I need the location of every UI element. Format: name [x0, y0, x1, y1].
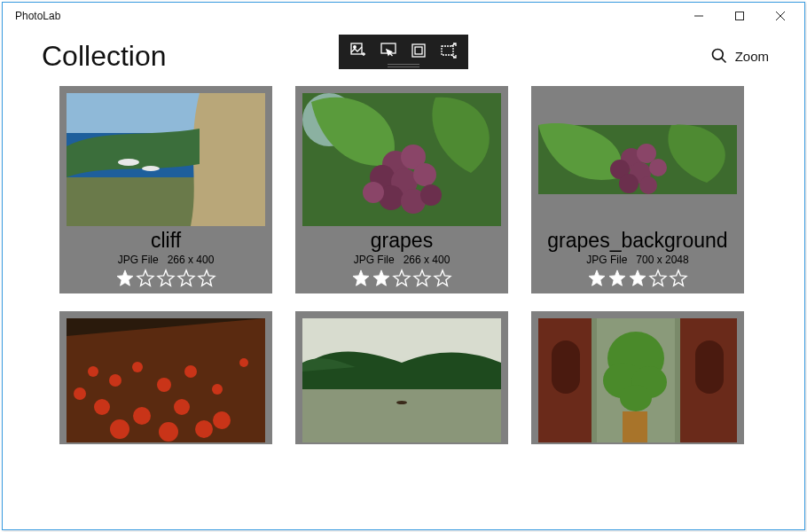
svg-point-47: [213, 411, 231, 429]
svg-point-23: [413, 163, 436, 186]
svg-point-38: [88, 366, 98, 377]
photo-grid: cliff JPG File 266 x 400: [59, 86, 756, 444]
star-filled-icon[interactable]: [628, 269, 647, 288]
card-meta: JPG File 700 x 2048: [586, 254, 688, 266]
photo-card[interactable]: [531, 311, 744, 444]
svg-point-45: [133, 407, 151, 425]
star-empty-icon[interactable]: [136, 269, 155, 288]
svg-point-5: [354, 46, 356, 49]
svg-point-27: [420, 184, 442, 206]
svg-rect-59: [552, 340, 580, 394]
svg-point-44: [94, 399, 110, 415]
star-filled-icon[interactable]: [115, 269, 135, 288]
svg-point-16: [142, 166, 160, 171]
minimize-icon: [694, 12, 703, 20]
file-dims: 266 x 400: [168, 254, 215, 266]
svg-line-11: [721, 59, 725, 63]
thumbnail: [302, 318, 501, 442]
svg-rect-8: [415, 47, 422, 54]
svg-point-51: [74, 387, 86, 400]
star-filled-icon[interactable]: [372, 269, 391, 288]
star-empty-icon[interactable]: [197, 269, 216, 288]
star-empty-icon[interactable]: [176, 269, 196, 288]
svg-rect-1: [736, 12, 744, 20]
svg-point-35: [619, 174, 639, 193]
svg-point-43: [212, 384, 223, 395]
rating[interactable]: [587, 269, 688, 288]
rating[interactable]: [115, 269, 216, 288]
svg-point-34: [649, 159, 667, 176]
svg-point-40: [132, 362, 143, 372]
svg-point-10: [712, 50, 723, 60]
star-filled-icon[interactable]: [587, 269, 607, 288]
file-type: JPG File: [118, 254, 159, 266]
close-icon: [776, 12, 785, 20]
rating[interactable]: [351, 269, 452, 288]
minimize-button[interactable]: [678, 3, 719, 29]
page-title: Collection: [42, 40, 167, 73]
star-empty-icon[interactable]: [412, 269, 432, 288]
svg-point-39: [109, 374, 121, 387]
select-icon[interactable]: [378, 40, 399, 61]
zoom-button[interactable]: Zoom: [710, 47, 769, 65]
svg-point-42: [184, 365, 197, 378]
maximize-icon: [735, 12, 744, 20]
svg-point-48: [110, 419, 129, 439]
card-meta: JPG File 266 x 400: [354, 254, 451, 266]
svg-point-26: [363, 182, 384, 203]
photo-card[interactable]: grapes_background JPG File 700 x 2048: [531, 86, 744, 293]
floating-toolbar[interactable]: [339, 35, 468, 69]
svg-point-15: [118, 159, 139, 166]
photo-card[interactable]: cliff JPG File 266 x 400: [59, 86, 272, 293]
content-area: cliff JPG File 266 x 400: [3, 82, 804, 529]
app-window: PhotoLab Collection: [2, 2, 805, 530]
star-empty-icon[interactable]: [156, 269, 176, 288]
svg-point-50: [239, 358, 248, 367]
star-empty-icon[interactable]: [392, 269, 411, 288]
titlebar: PhotoLab: [3, 3, 804, 29]
resize-icon[interactable]: [438, 40, 459, 61]
photo-card[interactable]: grapes JPG File 266 x 400: [295, 86, 508, 293]
card-meta: JPG File 266 x 400: [118, 254, 215, 266]
svg-point-65: [620, 385, 652, 411]
photo-card[interactable]: [295, 311, 508, 444]
svg-rect-9: [442, 46, 453, 55]
photo-card[interactable]: [59, 311, 272, 444]
thumbnail: [538, 93, 737, 226]
svg-rect-60: [695, 340, 724, 394]
add-effects-icon[interactable]: [348, 40, 369, 61]
svg-rect-61: [623, 411, 647, 442]
svg-point-55: [396, 401, 407, 404]
star-filled-icon[interactable]: [351, 269, 371, 288]
file-type: JPG File: [354, 254, 395, 266]
svg-point-52: [195, 420, 213, 438]
toolbar-grip[interactable]: [388, 64, 419, 67]
card-title: grapes_background: [547, 230, 727, 252]
thumbnail: [67, 318, 265, 442]
svg-point-41: [157, 378, 171, 392]
window-controls: [678, 3, 801, 29]
svg-rect-7: [412, 44, 425, 57]
file-dims: 700 x 2048: [636, 254, 688, 266]
star-empty-icon[interactable]: [669, 269, 688, 288]
thumbnail: [302, 93, 501, 226]
thumbnail: [67, 93, 265, 226]
star-empty-icon[interactable]: [648, 269, 668, 288]
svg-point-49: [159, 422, 178, 442]
header: Collection Zoom: [3, 29, 804, 82]
svg-point-36: [639, 176, 657, 194]
svg-point-46: [174, 399, 190, 415]
card-title: cliff: [151, 230, 181, 252]
crop-icon[interactable]: [408, 40, 429, 61]
zoom-label: Zoom: [735, 49, 769, 64]
file-dims: 266 x 400: [404, 254, 451, 266]
star-filled-icon[interactable]: [607, 269, 627, 288]
star-empty-icon[interactable]: [433, 269, 452, 288]
thumbnail: [538, 318, 737, 442]
toolbar-row: [348, 40, 459, 61]
window-title: PhotoLab: [15, 10, 60, 22]
file-type: JPG File: [586, 254, 627, 266]
close-button[interactable]: [760, 3, 801, 29]
maximize-button[interactable]: [719, 3, 760, 29]
search-icon: [710, 47, 728, 65]
